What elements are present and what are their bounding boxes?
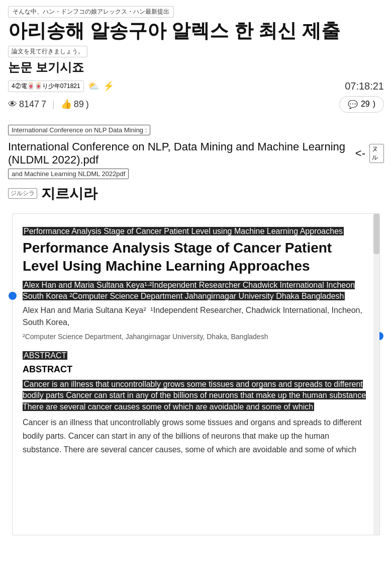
- abstract-full-text: Cancer is an illness that uncontrollably…: [23, 416, 369, 457]
- likes-stat: 👍 89 ): [61, 99, 89, 110]
- timestamp: 07:18:21: [345, 80, 384, 92]
- doc-label-2: and Machine Learning NLDML 2022pdf: [8, 169, 129, 179]
- badge-tag: ヌル: [369, 144, 384, 163]
- comment-count: 29: [361, 100, 370, 109]
- comment-icon: 💬: [348, 100, 358, 109]
- meta-row: 4②電🀄🀄り少年071821 ⛅ ⚡ 07:18:21: [8, 80, 384, 92]
- pdf-inner-content: Performance Analysis Stage of Cancer Pat…: [23, 226, 369, 457]
- katakana-label: ジルシラ: [8, 188, 37, 199]
- abstract-text-overlay: Cancer is an illness that uncontrollably…: [23, 380, 366, 411]
- scrollbar-thumb[interactable]: [373, 214, 379, 254]
- pdf-paper-title: Performance Analysis Stage of Cancer Pat…: [23, 239, 369, 276]
- selection-handle-left[interactable]: [9, 292, 17, 300]
- pdf-authors-text: Alex Han and Maria Sultana Keya² ¹Indepe…: [23, 304, 369, 329]
- pdf-affiliation: ²Computer Science Department, Jahangirna…: [23, 332, 369, 342]
- pdf-preview: Performance Analysis Stage of Cancer Pat…: [12, 213, 380, 535]
- abstract-heading: ABSTRACT: [23, 364, 369, 375]
- header-section: そんな中、ハン・ドンフコの娘アレックス・ハン最新提出 아리송해 알송구아 알렉스…: [0, 0, 392, 125]
- weather-icon: ⛅: [88, 80, 99, 92]
- content-section: International Conference on NLP Data Min…: [0, 125, 392, 535]
- doc-title-line: International Conference on NLP, Data Mi…: [8, 140, 384, 167]
- likes-suffix: ): [86, 99, 89, 110]
- lightning-icon: ⚡: [103, 80, 114, 92]
- pdf-authors-overlay-container: Alex Han and Maria Sultana Keya¹·²Indepe…: [23, 280, 369, 302]
- pdf-preview-wrapper: Performance Analysis Stage of Cancer Pat…: [8, 213, 384, 535]
- stats-row: 👁 8147 7 | 👍 89 ) 💬 29 ): [8, 96, 384, 113]
- pdf-title-overlay-container: Performance Analysis Stage of Cancer Pat…: [23, 226, 369, 237]
- subtitle-overlay: 論文を見て行きましょう。: [8, 46, 87, 57]
- views-stat: 👁 8147 7: [8, 99, 46, 110]
- meta-tag: 4②電🀄🀄り少年071821: [8, 80, 84, 92]
- pdf-title-overlay: Performance Analysis Stage of Cancer Pat…: [23, 227, 344, 235]
- scrollbar-track: [373, 214, 379, 535]
- katakana-subtitle: 지르시라: [41, 184, 97, 203]
- abstract-heading-container: ABSTRACT: [23, 350, 369, 361]
- comment-suffix: ): [373, 100, 375, 109]
- abstract-overlay-container: Cancer is an illness that uncontrollably…: [23, 379, 369, 413]
- views-suffix: 7: [41, 99, 46, 110]
- main-title-text: 아리송해 알송구아 알렉스 한 최신 제출: [8, 20, 340, 41]
- like-icon: 👍: [61, 99, 72, 110]
- tooltip-bar: そんな中、ハン・ドンフコの娘アレックス・ハン最新提出: [8, 6, 174, 18]
- main-title: 아리송해 알송구아 알렉스 한 최신 제출: [8, 20, 384, 43]
- likes-count: 89: [74, 99, 84, 110]
- subtitle: 논문 보기시죠: [8, 59, 384, 75]
- doc-title-text: International Conference on NLP, Data Mi…: [8, 140, 348, 167]
- abstract-heading-overlay: ABSTRACT: [23, 351, 67, 360]
- arrow-text: <-: [355, 147, 365, 160]
- comment-button[interactable]: 💬 29 ): [339, 96, 384, 113]
- tooltip-text: そんな中、ハン・ドンフコの娘アレックス・ハン最新提出: [13, 8, 169, 15]
- views-count: 8147: [19, 99, 39, 110]
- divider: |: [52, 99, 55, 110]
- eye-icon: 👁: [8, 99, 17, 110]
- pdf-authors-overlay: Alex Han and Maria Sultana Keya¹·²Indepe…: [23, 281, 355, 300]
- conference-link-label[interactable]: International Conference on NLP Data Min…: [8, 125, 150, 135]
